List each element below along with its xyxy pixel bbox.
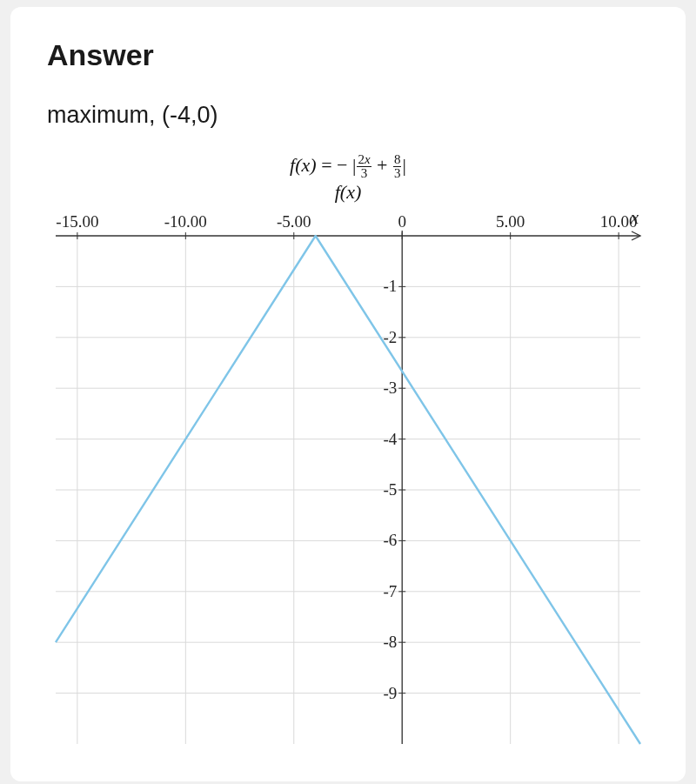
fraction-2-den: 3 xyxy=(393,167,402,180)
svg-text:-1: -1 xyxy=(383,278,397,296)
equation-eq: = xyxy=(317,154,337,176)
svg-text:x: x xyxy=(630,207,639,228)
fraction-1: 2x3 xyxy=(357,153,371,180)
svg-text:-6: -6 xyxy=(383,532,397,550)
answer-card: Answer maximum, (-4,0) f(x) = − |2x3 + 8… xyxy=(10,7,686,781)
answer-heading: Answer xyxy=(47,38,649,72)
svg-text:-3: -3 xyxy=(383,379,397,397)
equation-plus: + xyxy=(372,154,392,176)
svg-text:-5.00: -5.00 xyxy=(277,212,311,231)
chart-container: -15.00-10.00-5.0005.0010.00-1-2-3-4-5-6-… xyxy=(50,204,646,749)
chart-plot: -15.00-10.00-5.0005.0010.00-1-2-3-4-5-6-… xyxy=(50,204,646,749)
abs-open: | xyxy=(352,154,356,176)
equation-lhs: f(x) xyxy=(290,154,317,176)
fraction-1-num: 2x xyxy=(357,153,371,167)
fraction-2: 83 xyxy=(393,153,402,180)
fraction-1-den: 3 xyxy=(357,167,371,180)
answer-text: maximum, (-4,0) xyxy=(47,102,649,129)
svg-text:-8: -8 xyxy=(383,633,397,651)
function-sub-label: f(x) xyxy=(47,182,649,203)
svg-text:-10.00: -10.00 xyxy=(164,212,207,231)
svg-text:0: 0 xyxy=(398,212,406,231)
svg-text:-9: -9 xyxy=(383,684,397,702)
svg-text:-4: -4 xyxy=(383,430,397,448)
fraction-2-num: 8 xyxy=(393,153,402,167)
abs-close: | xyxy=(402,154,405,176)
equation-neg: − xyxy=(337,154,352,176)
svg-text:-7: -7 xyxy=(383,582,397,600)
svg-text:-5: -5 xyxy=(383,480,397,499)
svg-text:5.00: 5.00 xyxy=(496,212,525,231)
svg-text:-15.00: -15.00 xyxy=(56,212,98,231)
function-equation: f(x) = − |2x3 + 83| xyxy=(47,153,649,180)
